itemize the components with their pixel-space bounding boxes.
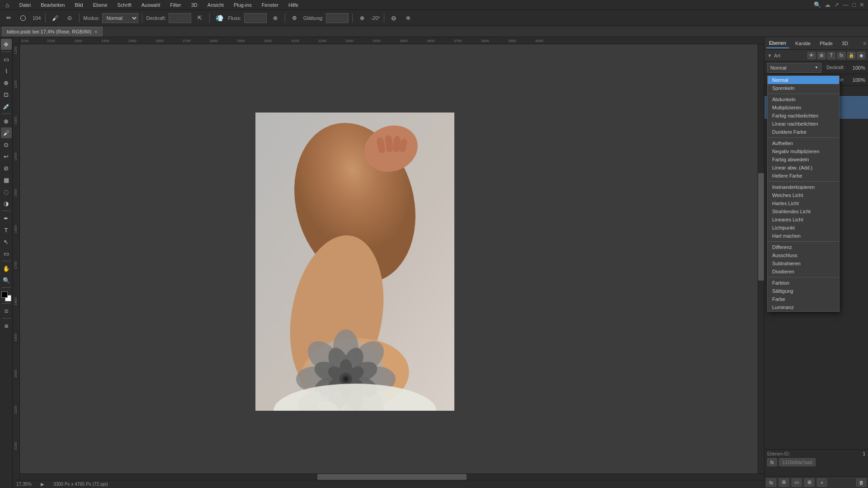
menu-hilfe[interactable]: Hilfe xyxy=(287,1,300,9)
crop-tool[interactable]: ⊡ xyxy=(1,89,12,100)
tab-ebenen[interactable]: Ebenen xyxy=(766,38,789,48)
blend-item-farbe[interactable]: Farbe xyxy=(768,295,839,303)
menu-filter[interactable]: Filter xyxy=(168,1,183,9)
file-tab[interactable]: tattoo.psdc bei 17,4% (Rose, RGB/8#) ✕ xyxy=(2,27,103,37)
blend-item-lichtpunkt[interactable]: Lichtpunkt xyxy=(768,224,839,232)
menu-bild[interactable]: Bild xyxy=(73,1,85,9)
vscroll-thumb[interactable] xyxy=(758,173,764,281)
brush-icon[interactable]: ✏ xyxy=(3,12,14,24)
screen-mode-toggle[interactable]: ⊞ xyxy=(1,320,12,331)
history-brush-tool[interactable]: ↩ xyxy=(1,151,12,162)
hscroll-thumb[interactable] xyxy=(317,474,466,480)
menu-bearbeiten[interactable]: Bearbeiten xyxy=(39,1,66,9)
marquee-tool[interactable]: ▭ xyxy=(1,54,12,65)
layer-filter-toggle[interactable]: ◉ xyxy=(857,52,865,59)
blend-item-ausschluss[interactable]: Ausschluss xyxy=(768,251,839,259)
blend-item-weiches-licht[interactable]: Weiches Licht xyxy=(768,191,839,199)
layer-effect-filter-btn[interactable]: fx xyxy=(837,52,845,59)
menu-schrift[interactable]: Schrift xyxy=(116,1,133,9)
blur-tool[interactable]: ◌ xyxy=(1,186,12,197)
layer-new-button[interactable]: + xyxy=(817,479,827,487)
color-swatches[interactable] xyxy=(1,291,11,301)
menu-auswahl[interactable]: Auswahl xyxy=(140,1,162,9)
menu-home-icon[interactable]: ⌂ xyxy=(4,0,11,9)
layer-adjust-filter-btn[interactable]: ⊞ xyxy=(817,52,826,59)
blend-item-hart-machen[interactable]: Hart machen xyxy=(768,232,839,240)
eyedropper-tool[interactable]: 💉 xyxy=(1,101,12,112)
layer-mask-button[interactable]: ▭ xyxy=(792,479,802,487)
glaettung-input[interactable]: 0% xyxy=(326,13,349,23)
horizontal-scrollbar[interactable] xyxy=(20,474,764,480)
blend-item-sprenkeln[interactable]: Sprenkeln xyxy=(768,84,839,92)
blend-item-multiplizieren[interactable]: Multiplizieren xyxy=(768,103,839,112)
gradient-tool[interactable]: ▦ xyxy=(1,174,12,185)
layer-fx-button[interactable]: fx xyxy=(767,458,777,466)
blend-item-farbig-abwedeln[interactable]: Farbig abwedeln xyxy=(768,155,839,164)
layer-delete-button[interactable]: 🗑 xyxy=(856,479,866,487)
blend-item-strahlendes[interactable]: Strahlendes Licht xyxy=(768,207,839,216)
fg-color[interactable] xyxy=(1,291,8,298)
search-icon[interactable]: 🔍 xyxy=(814,1,821,8)
menu-datei[interactable]: Datei xyxy=(17,1,33,9)
opacity-value[interactable]: 100% xyxy=(847,65,865,70)
zoom-tool[interactable]: 🔍 xyxy=(1,275,12,286)
layer-group-button[interactable]: ⊞ xyxy=(804,479,814,487)
panel-menu-icon[interactable]: ≡ xyxy=(863,40,866,47)
tab-pfade[interactable]: Pfade xyxy=(817,39,835,48)
spot-heal-tool[interactable]: ⊗ xyxy=(1,116,12,127)
share-icon[interactable]: ↗ xyxy=(834,1,839,8)
blend-item-lineares-licht[interactable]: Lineares Licht xyxy=(768,216,839,224)
blend-item-ineinander[interactable]: Ineinanderkopieren xyxy=(768,183,839,191)
blend-item-saettigung[interactable]: Sättigung xyxy=(768,287,839,295)
quick-select-tool[interactable]: ⊕ xyxy=(1,77,12,88)
tab-kanaele[interactable]: Kanäle xyxy=(793,39,813,48)
layer-filter-button[interactable]: fx xyxy=(766,479,776,487)
deckraft-input[interactable]: 100% xyxy=(169,13,191,23)
shape-tool[interactable]: ▭ xyxy=(1,248,12,259)
brush-circle-toggle[interactable] xyxy=(17,12,29,24)
brush-tool[interactable]: 🖌 xyxy=(1,127,12,138)
brush-type-icon[interactable]: ⊙ xyxy=(64,12,75,24)
blend-item-subtrahieren[interactable]: Subtrahieren xyxy=(768,259,839,267)
menu-plugins[interactable]: Plug-ins xyxy=(232,1,254,9)
menu-ebene[interactable]: Ebene xyxy=(91,1,109,9)
extra-options-icon[interactable]: ✳ xyxy=(402,12,414,24)
fluss-input[interactable]: 100% xyxy=(244,13,267,23)
text-tool[interactable]: T xyxy=(1,225,12,235)
blend-item-luminanz[interactable]: Luminanz xyxy=(768,303,839,311)
blend-item-linear-nachbelichten[interactable]: Linear nachbelichten xyxy=(768,120,839,128)
menu-fenster[interactable]: Fenster xyxy=(260,1,280,9)
blend-item-hartes-licht[interactable]: Hartes Licht xyxy=(768,199,839,207)
blend-item-dunklere-farbe[interactable]: Dunklere Farbe xyxy=(768,128,839,136)
pen-tool[interactable]: ✒ xyxy=(1,213,12,224)
blend-item-farbig-nachbelichten[interactable]: Farbig nachbelichten xyxy=(768,112,839,120)
tab-3d[interactable]: 3D xyxy=(839,39,851,48)
lasso-tool[interactable]: ⌇ xyxy=(1,66,12,76)
layer-visibility-filter-btn[interactable]: 👁 xyxy=(807,52,816,59)
mode-select[interactable]: Normal xyxy=(102,13,138,23)
path-select-tool[interactable]: ↖ xyxy=(1,236,12,247)
eraser-tool[interactable]: ⊘ xyxy=(1,163,12,174)
blend-item-linear-abw[interactable]: Linear abw. (Add.) xyxy=(768,164,839,172)
cloud-icon[interactable]: ☁ xyxy=(825,1,830,8)
blend-item-dividieren[interactable]: Dividieren xyxy=(768,267,839,276)
blend-item-abdunkeln[interactable]: Abdunkeln xyxy=(768,95,839,103)
dodge-tool[interactable]: ◑ xyxy=(1,198,12,209)
blend-item-aufhellen[interactable]: Aufhellen xyxy=(768,139,839,147)
menu-ansicht[interactable]: Ansicht xyxy=(206,1,226,9)
layer-settings-button[interactable]: ⚙ xyxy=(779,479,789,487)
hand-tool[interactable]: ✋ xyxy=(1,263,12,274)
layer-mode-filter-btn[interactable]: 🔒 xyxy=(847,52,855,59)
quick-mask-toggle[interactable]: ⊡ xyxy=(1,305,12,316)
vertical-scrollbar[interactable] xyxy=(758,44,764,474)
canvas-viewport[interactable] xyxy=(20,44,764,479)
pressure-flow-icon[interactable]: ⊛ xyxy=(269,12,281,24)
airbrush-icon[interactable]: 💨 xyxy=(213,12,225,24)
pressure-opacity-icon[interactable]: ⇱ xyxy=(194,12,206,24)
blend-item-farbton[interactable]: Farbton xyxy=(768,279,839,287)
blend-item-negativ-mult[interactable]: Negativ multiplizieren xyxy=(768,147,839,155)
menu-3d[interactable]: 3D xyxy=(189,1,199,9)
layer-type-filter-btn[interactable]: T xyxy=(827,52,835,59)
fill-value[interactable]: 100% xyxy=(847,77,865,83)
blend-item-hellere-farbe[interactable]: Hellere Farbe xyxy=(768,172,839,180)
